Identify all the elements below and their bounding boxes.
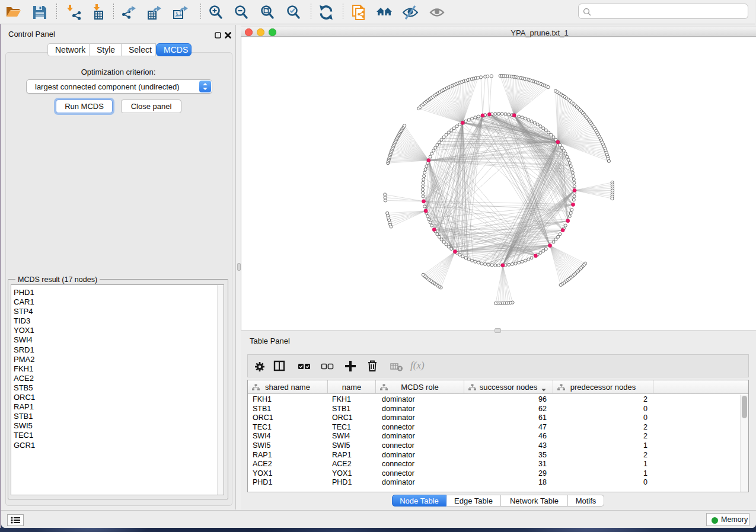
- svg-text:f(x): f(x): [410, 360, 425, 371]
